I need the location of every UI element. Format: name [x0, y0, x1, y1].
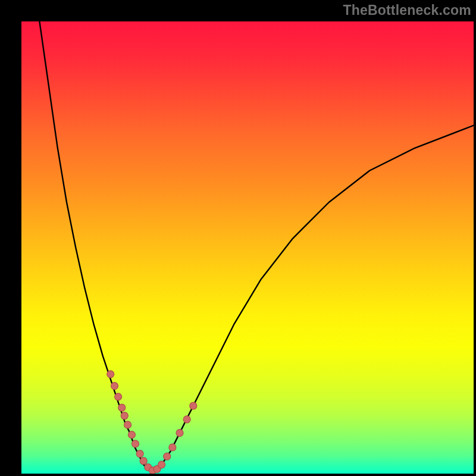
bead-point	[107, 371, 114, 378]
bead-point	[111, 383, 118, 390]
bead-point	[164, 453, 171, 460]
bottleneck-curve	[39, 21, 474, 471]
bead-point	[124, 421, 131, 428]
bead-point	[136, 450, 143, 458]
bead-point	[128, 431, 135, 439]
chart-frame: TheBottleneck.com	[0, 0, 476, 476]
watermark-text: TheBottleneck.com	[343, 2, 471, 18]
bead-point	[190, 402, 197, 409]
bead-point	[132, 440, 139, 447]
bead-point	[115, 393, 122, 400]
bead-point	[183, 416, 190, 423]
bead-point	[176, 430, 183, 437]
bead-point	[158, 461, 165, 468]
plot-area	[21, 21, 474, 474]
bead-point	[121, 412, 128, 419]
bead-point	[118, 404, 126, 411]
bead-point	[169, 444, 176, 451]
bead-point	[140, 458, 147, 465]
chart-svg	[21, 21, 474, 474]
beads-group	[107, 371, 197, 474]
